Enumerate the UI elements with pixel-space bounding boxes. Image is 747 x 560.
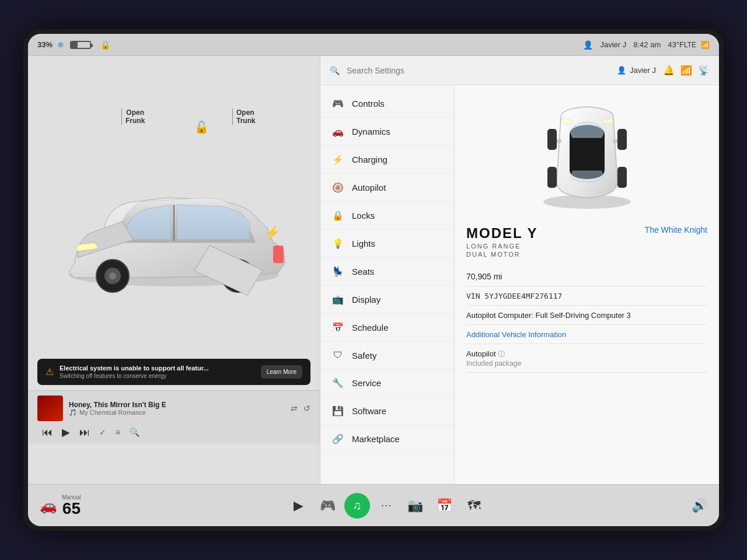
alert-subtitle: Switching off features to conserve energ…	[60, 373, 255, 379]
status-bar: 33% ❄ 🔒 👤 Javier J 8:42 am 43°F LTE 📶	[28, 34, 719, 56]
music-title: Honey, This Mirror Isn't Big E	[69, 401, 285, 409]
music-source-icon: 🎵	[69, 409, 77, 416]
menu-item-charging[interactable]: ⚡ Charging	[320, 146, 454, 174]
thumbs-up-button[interactable]: ✓	[99, 428, 106, 437]
service-icon: 🔧	[332, 377, 344, 388]
media-icon[interactable]: ▶	[286, 493, 312, 519]
shuffle-button[interactable]: ⇄	[291, 404, 298, 413]
header-user: 👤 Javier J	[617, 66, 656, 75]
repeat-button[interactable]: ↺	[303, 404, 310, 413]
settings-menu: 🎮 Controls 🚗 Dynamics ⚡ Charging 🛞	[320, 85, 455, 484]
additional-info-row: Additional Vehicle Information	[466, 325, 707, 344]
menu-item-seats[interactable]: 💺 Seats	[320, 258, 454, 286]
menu-item-lights[interactable]: 💡 Lights	[320, 230, 454, 258]
lte-icon: LTE	[684, 41, 696, 49]
menu-item-service[interactable]: 🔧 Service	[320, 369, 454, 397]
status-temp: 43°F	[668, 40, 684, 49]
model-name: MODEL Y	[466, 225, 537, 242]
menu-item-locks[interactable]: 🔒 Locks	[320, 202, 454, 230]
calendar-icon[interactable]: 📅	[432, 493, 458, 519]
model-trim2: DUAL MOTOR	[466, 251, 537, 258]
volume-icon[interactable]: 🔊	[692, 498, 707, 513]
status-time: 8:42 am	[633, 40, 661, 49]
autopilot-computer-row: Autopilot Computer: Full Self-Driving Co…	[466, 306, 707, 325]
main-content: Open Frunk Open Trunk 🔓	[28, 56, 719, 484]
learn-more-button[interactable]: Learn More	[261, 365, 302, 379]
speed-value: 65	[62, 501, 81, 517]
schedule-icon: 📅	[332, 322, 344, 333]
car-image: ⚡	[51, 126, 296, 330]
svg-rect-13	[547, 129, 557, 150]
music-artist: 🎵 My Chemical Romance	[69, 409, 285, 416]
taskbar-car-icon[interactable]: 🚗	[40, 498, 57, 514]
screen-frame: 33% ❄ 🔒 👤 Javier J 8:42 am 43°F LTE 📶	[23, 29, 724, 531]
search-music-button[interactable]: 🔍	[130, 428, 139, 437]
svg-text:⚡: ⚡	[264, 225, 281, 240]
menu-item-display[interactable]: 📺 Display	[320, 286, 454, 314]
signal-icon: 📶	[701, 41, 710, 49]
info-icon[interactable]: ⓘ	[498, 350, 505, 358]
notifications-icon[interactable]: 🔔	[663, 65, 675, 76]
left-panel: Open Frunk Open Trunk 🔓	[28, 56, 320, 484]
menu-item-dynamics[interactable]: 🚗 Dynamics	[320, 118, 454, 146]
more-apps-icon[interactable]: ···	[374, 493, 399, 519]
controls-icon: 🎮	[332, 98, 344, 109]
header-user-icon: 👤	[617, 66, 626, 75]
menu-item-autopilot[interactable]: 🛞 Autopilot	[320, 174, 454, 202]
autopilot-package: Included package	[466, 359, 707, 368]
games-icon[interactable]: 🎮	[315, 493, 341, 519]
lock-icon: 🔒	[100, 40, 110, 50]
snowflake-icon: ❄	[57, 40, 64, 50]
charging-menu-icon: ⚡	[332, 154, 344, 165]
play-pause-button[interactable]: ▶	[62, 426, 70, 439]
menu-item-safety[interactable]: 🛡 Safety	[320, 342, 454, 369]
lights-icon: 💡	[332, 238, 344, 249]
settings-header: 🔍 👤 Javier J 🔔 📶 📡	[320, 56, 719, 85]
mileage-row: 70,905 mi	[466, 267, 707, 286]
album-art	[37, 396, 63, 421]
trunk-label[interactable]: Open Trunk	[232, 108, 256, 125]
mileage-value: 70,905 mi	[466, 272, 502, 281]
taskbar: 🚗 Manual 65 ▶ 🎮 ♫ ··· 📷 📅 🗺 🔊	[28, 484, 719, 526]
additional-info-link[interactable]: Additional Vehicle Information	[466, 330, 566, 339]
autopilot-row: Autopilot ⓘ Included package	[466, 344, 707, 373]
alert-banner: ⚠ Electrical system is unable to support…	[37, 359, 310, 385]
vin-row: VIN 5YJYGDEE4MF276117	[466, 286, 707, 306]
locks-icon: 🔒	[332, 210, 344, 221]
car-top-svg	[529, 100, 645, 211]
settings-panel: 🔍 👤 Javier J 🔔 📶 📡	[320, 56, 719, 484]
svg-rect-16	[617, 167, 627, 188]
model-trim1: LONG RANGE	[466, 243, 537, 250]
maps-icon[interactable]: 🗺	[461, 493, 487, 519]
menu-item-schedule[interactable]: 📅 Schedule	[320, 314, 454, 342]
menu-item-marketplace[interactable]: 🔗 Marketplace	[320, 425, 454, 453]
autopilot-icon: 🛞	[332, 182, 344, 193]
svg-rect-14	[617, 129, 627, 150]
software-icon: 💾	[332, 405, 344, 416]
search-input[interactable]	[347, 66, 610, 75]
prev-track-button[interactable]: ⏮	[42, 426, 53, 439]
vehicle-nickname[interactable]: The White Knight	[645, 225, 707, 235]
user-icon: 👤	[583, 40, 593, 50]
camera-icon[interactable]: 📷	[403, 493, 428, 519]
next-track-button[interactable]: ⏭	[79, 426, 90, 439]
autopilot-label: Autopilot	[466, 349, 496, 358]
dynamics-icon: 🚗	[332, 126, 344, 137]
alert-title: Electrical system is unable to support a…	[60, 365, 255, 372]
svg-rect-2	[273, 246, 284, 263]
seats-icon: 💺	[332, 266, 344, 277]
equalizer-button[interactable]: ≡	[116, 428, 120, 437]
settings-body: 🎮 Controls 🚗 Dynamics ⚡ Charging 🛞	[320, 85, 719, 484]
frunk-label[interactable]: Open Frunk	[121, 108, 145, 125]
svg-rect-15	[547, 167, 557, 188]
speed-display: Manual 65	[62, 494, 81, 517]
vin-value: VIN 5YJYGDEE4MF276117	[466, 292, 562, 300]
spotify-icon[interactable]: ♫	[344, 493, 370, 519]
alert-icon: ⚠	[46, 366, 54, 377]
header-user-name: Javier J	[630, 66, 656, 75]
safety-icon: 🛡	[332, 350, 344, 360]
display-icon: 📺	[332, 294, 344, 305]
menu-item-software[interactable]: 💾 Software	[320, 397, 454, 425]
menu-item-controls[interactable]: 🎮 Controls	[320, 90, 454, 118]
music-player: Honey, This Mirror Isn't Big E 🎵 My Chem…	[28, 390, 320, 443]
